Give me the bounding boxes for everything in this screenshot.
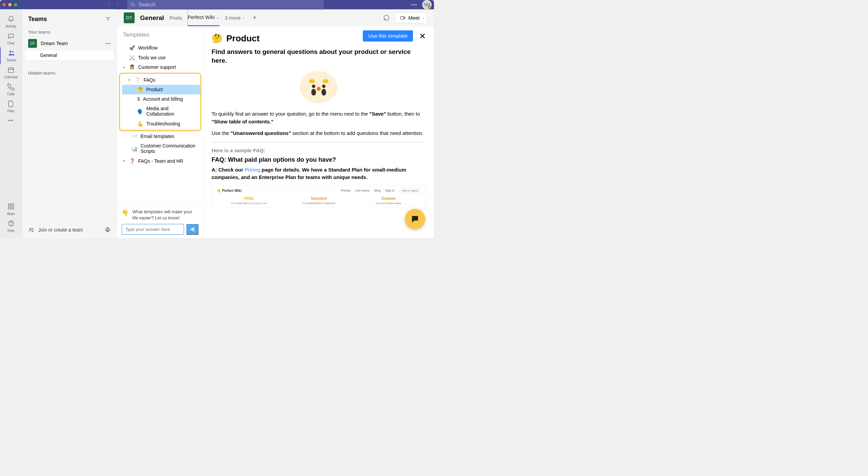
brand-label: 👋Perfect Wiki <box>217 189 242 193</box>
sample-faq-label: Here is a sample FAQ: <box>212 147 426 153</box>
add-to-teams-pill: Add to Teams <box>399 188 421 193</box>
svg-point-30 <box>322 79 329 83</box>
svg-rect-9 <box>12 204 14 206</box>
search-placeholder: Search <box>138 2 156 8</box>
tab-more[interactable]: 3 more ⌄ <box>225 10 245 26</box>
tab-posts[interactable]: Posts <box>170 10 182 26</box>
filter-icon[interactable] <box>105 16 111 22</box>
channel-header: DT General Posts Perfect Wiki ⌄ 3 more ⌄… <box>117 9 434 26</box>
content-area: DT General Posts Perfect Wiki ⌄ 3 more ⌄… <box>117 9 434 238</box>
rail-calls[interactable]: Calls <box>0 81 22 98</box>
app-rail: Activity Chat Teams Calendar Calls Files… <box>0 9 22 238</box>
teams-heading: Teams <box>28 16 47 23</box>
rail-teams[interactable]: Teams <box>0 47 22 64</box>
file-icon <box>7 100 15 107</box>
pricing-link[interactable]: Pricing <box>245 167 260 173</box>
svg-point-0 <box>131 3 134 6</box>
gear-icon[interactable] <box>105 227 111 233</box>
tree-comm-scripts[interactable]: 📊Customer Communication Scripts <box>117 141 203 156</box>
thinking-icon: 🤔 <box>212 33 223 44</box>
svg-rect-11 <box>12 207 14 209</box>
apps-icon <box>7 203 15 210</box>
rail-files[interactable]: Files <box>0 98 22 115</box>
minimize-window-icon[interactable] <box>8 3 12 6</box>
teams-panel: Teams Your teams DT Dream Team ••• Gener… <box>22 9 117 238</box>
back-button[interactable]: 〈 <box>105 1 110 8</box>
calendar-icon <box>7 66 15 74</box>
footer-prompt: What templates will make your life easie… <box>133 209 199 221</box>
tree-email-templates[interactable]: 📨Email templates <box>117 132 203 141</box>
more-icon[interactable]: ••• <box>411 2 417 7</box>
question-icon: ❓ <box>129 158 135 164</box>
svg-rect-8 <box>8 204 10 206</box>
tree-workflow[interactable]: 🚀Workflow <box>117 43 203 53</box>
team-more-icon[interactable]: ••• <box>106 41 111 46</box>
svg-point-28 <box>322 84 326 88</box>
user-avatar[interactable]: NM <box>422 0 432 9</box>
swords-icon: ⚔️ <box>129 55 135 61</box>
channel-badge: DT <box>124 12 135 23</box>
send-button[interactable] <box>186 224 199 235</box>
nav-blog: Blog <box>374 189 380 193</box>
window-controls <box>2 3 17 6</box>
close-window-icon[interactable] <box>2 3 6 6</box>
forward-button[interactable]: 〉 <box>116 1 121 8</box>
join-create-label[interactable]: Join or create a team <box>38 227 83 233</box>
tree-tools[interactable]: ⚔️Tools we use <box>117 53 203 63</box>
tree-faqs[interactable]: ▾❓FAQs <box>120 75 200 85</box>
team-row[interactable]: DT Dream Team ••• <box>22 37 117 50</box>
your-teams-label: Your teams <box>22 27 117 37</box>
preview-subtitle: Find answers to general questions about … <box>212 47 426 65</box>
pricing-screenshot: 👋Perfect Wiki Pricing Live Demo Blog Sig… <box>212 185 426 208</box>
tree-account-billing[interactable]: $Account and billing <box>122 95 200 104</box>
svg-point-27 <box>312 84 315 88</box>
chevron-down-icon: ⌄ <box>242 16 245 20</box>
tier-free: FREEFor small teams or to try us out <box>217 196 281 204</box>
team-badge: DT <box>28 39 37 48</box>
support-icon: 👩‍💼 <box>129 64 135 70</box>
template-suggestion-input[interactable] <box>122 224 184 235</box>
titlebar: 〈 〉 Search ••• NM <box>0 0 434 9</box>
svg-rect-10 <box>8 207 10 209</box>
tree-faqs-team-hr[interactable]: ▾❓FAQs - Team and HR <box>117 156 203 166</box>
channel-general[interactable]: General <box>25 50 114 60</box>
svg-point-13 <box>11 224 11 225</box>
tree-media-collab[interactable]: 🗣️Media and Collaboration <box>122 104 200 119</box>
svg-point-18 <box>32 229 33 230</box>
envelope-icon: 📨 <box>132 134 138 139</box>
thinking-icon: 🤔 <box>137 87 143 93</box>
conversation-icon[interactable] <box>382 14 391 22</box>
meet-dropdown[interactable]: ⌄ <box>420 12 427 23</box>
nav-demo: Live Demo <box>355 189 370 193</box>
tree-product[interactable]: 🤔Product <box>122 85 200 95</box>
maximize-window-icon[interactable] <box>14 3 17 6</box>
rail-calendar[interactable]: Calendar <box>0 64 22 81</box>
svg-point-17 <box>30 228 32 230</box>
rail-more[interactable]: ••• <box>8 115 14 125</box>
rocket-icon: 🚀 <box>129 45 135 51</box>
channel-title: General <box>140 14 164 22</box>
chat-bubble-icon <box>411 215 420 224</box>
chevron-down-icon: ▾ <box>123 159 125 163</box>
team-name: Dream Team <box>41 41 102 46</box>
chat-fab[interactable] <box>405 209 425 229</box>
svg-line-1 <box>134 5 135 7</box>
add-tab-button[interactable]: + <box>251 14 259 22</box>
svg-point-3 <box>12 51 14 53</box>
svg-point-26 <box>317 87 321 91</box>
rail-activity[interactable]: Activity <box>0 14 22 31</box>
tab-perfect-wiki[interactable]: Perfect Wiki ⌄ <box>188 9 219 26</box>
chart-icon: 📊 <box>132 146 138 152</box>
use-template-button[interactable]: Use this template <box>363 31 413 42</box>
search-input[interactable]: Search <box>127 0 324 10</box>
dollar-icon: $ <box>137 97 140 102</box>
hidden-teams-label[interactable]: Hidden teams <box>22 68 117 78</box>
rail-apps[interactable]: Apps <box>0 201 22 218</box>
templates-footer: 👇 What templates will make your life eas… <box>117 205 203 238</box>
rail-help[interactable]: Help <box>0 218 22 235</box>
send-icon <box>190 226 196 232</box>
close-icon[interactable]: ✕ <box>419 31 426 41</box>
rail-chat[interactable]: Chat <box>0 31 22 47</box>
tree-customer-support[interactable]: ▾👩‍💼Customer support <box>117 62 203 72</box>
tree-troubleshooting[interactable]: 💪Troubleshooting <box>122 119 200 129</box>
